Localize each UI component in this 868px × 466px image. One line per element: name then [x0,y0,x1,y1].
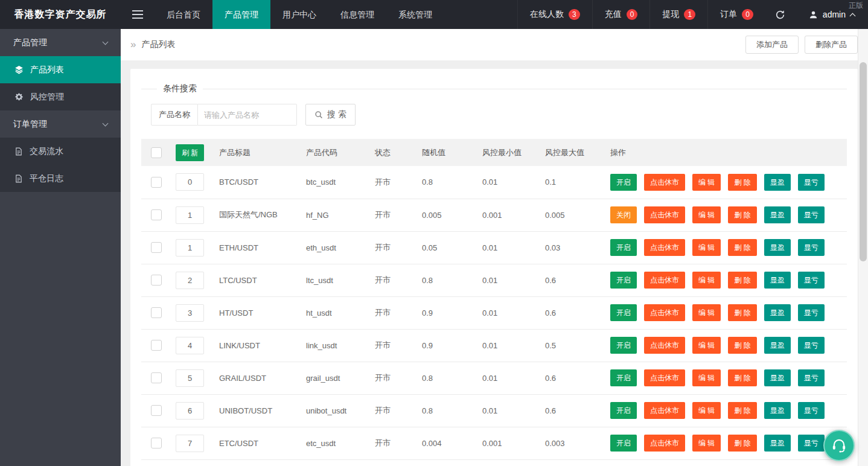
topbar-stat[interactable]: 提现1 [649,0,707,29]
halt-market-button[interactable]: 点击休市 [644,402,685,419]
show-profit-button[interactable]: 显盈 [764,337,791,354]
delete-button[interactable]: 删 除 [728,435,756,452]
show-profit-button[interactable]: 显盈 [764,206,791,223]
sort-input[interactable] [176,435,204,452]
show-loss-button[interactable]: 显亏 [798,435,825,452]
show-loss-button[interactable]: 显亏 [798,402,825,419]
delete-button[interactable]: 删 除 [728,206,756,223]
delete-button[interactable]: 删 除 [728,272,756,289]
sort-input[interactable] [176,272,204,289]
halt-market-button[interactable]: 点击休市 [644,369,685,386]
show-loss-button[interactable]: 显亏 [798,206,825,223]
show-loss-button[interactable]: 显亏 [798,174,825,191]
edit-button[interactable]: 编 辑 [692,337,721,354]
product-name-input[interactable] [198,104,297,126]
topbar-stats: 在线人数3充值0提现1订单0 [517,0,765,29]
halt-market-button[interactable]: 点击休市 [644,435,685,452]
sort-input[interactable] [176,337,204,354]
show-loss-button[interactable]: 显亏 [798,304,825,321]
cell-risk-min: 0.01 [477,329,540,362]
show-loss-button[interactable]: 显亏 [798,239,825,256]
open-market-button[interactable]: 开启 [610,402,637,419]
open-market-button[interactable]: 开启 [610,435,637,452]
halt-market-button[interactable]: 点击休市 [644,174,685,191]
edit-button[interactable]: 编 辑 [692,174,721,191]
sidebar-group-header[interactable]: 订单管理 [0,110,121,138]
row-checkbox[interactable] [151,177,162,188]
edit-button[interactable]: 编 辑 [692,435,721,452]
show-profit-button[interactable]: 显盈 [764,369,791,386]
open-market-button[interactable]: 开启 [610,369,637,386]
customer-service-button[interactable] [823,430,855,461]
show-profit-button[interactable]: 显盈 [764,174,791,191]
topbar-stat[interactable]: 在线人数3 [517,0,592,29]
sort-input[interactable] [176,206,204,224]
top-nav-item[interactable]: 信息管理 [328,0,386,29]
sort-input[interactable] [176,369,204,387]
row-checkbox[interactable] [151,340,162,351]
show-profit-button[interactable]: 显盈 [764,304,791,321]
open-market-button[interactable]: 开启 [610,272,637,289]
open-market-button[interactable]: 开启 [610,174,637,191]
row-checkbox[interactable] [151,242,162,253]
open-market-button[interactable]: 开启 [610,239,637,256]
sort-input[interactable] [176,173,204,191]
delete-button[interactable]: 删 除 [728,402,756,419]
sidebar-item[interactable]: 风控管理 [0,83,121,110]
show-profit-button[interactable]: 显盈 [764,435,791,452]
delete-button[interactable]: 删 除 [728,239,756,256]
sidebar-item[interactable]: 平仓日志 [0,165,121,192]
row-checkbox[interactable] [151,438,162,448]
topbar-stat[interactable]: 订单0 [707,0,765,29]
sidebar-item[interactable]: 产品列表 [0,56,121,83]
show-profit-button[interactable]: 显盈 [764,272,791,289]
show-loss-button[interactable]: 显亏 [798,272,825,289]
refresh-button[interactable] [765,0,796,29]
edit-button[interactable]: 编 辑 [692,239,721,256]
scrollbar-thumb[interactable] [860,62,867,261]
topbar-stat[interactable]: 充值0 [592,0,650,29]
open-market-button[interactable]: 开启 [610,337,637,354]
delete-button[interactable]: 删 除 [728,369,756,386]
halt-market-button[interactable]: 点击休市 [644,239,685,256]
sort-input[interactable] [176,402,204,420]
halt-market-button[interactable]: 点击休市 [644,272,685,289]
halt-market-button[interactable]: 点击休市 [644,304,685,321]
show-loss-button[interactable]: 显亏 [798,337,825,354]
sidebar-group-header[interactable]: 产品管理 [0,29,121,56]
row-checkbox[interactable] [151,372,162,383]
halt-market-button[interactable]: 点击休市 [644,337,685,354]
row-checkbox[interactable] [151,209,162,220]
edit-button[interactable]: 编 辑 [692,304,721,321]
top-nav-item[interactable]: 用户中心 [270,0,328,29]
delete-button[interactable]: 删 除 [728,337,756,354]
edit-button[interactable]: 编 辑 [692,402,721,419]
delete-product-button[interactable]: 删除产品 [805,36,858,54]
close-market-button[interactable]: 关闭 [610,206,637,223]
row-checkbox[interactable] [151,307,162,318]
top-nav-item[interactable]: 产品管理 [212,0,270,29]
delete-button[interactable]: 删 除 [728,174,756,191]
delete-button[interactable]: 删 除 [728,304,756,321]
open-market-button[interactable]: 开启 [610,304,637,321]
row-checkbox[interactable] [151,405,162,416]
halt-market-button[interactable]: 点击休市 [644,206,685,223]
sidebar-item[interactable]: 交易流水 [0,138,121,165]
select-all-checkbox[interactable] [151,147,162,158]
add-product-button[interactable]: 添加产品 [745,36,799,54]
show-loss-button[interactable]: 显亏 [798,369,825,386]
scrollbar-track[interactable] [858,29,868,466]
show-profit-button[interactable]: 显盈 [764,402,791,419]
edit-button[interactable]: 编 辑 [692,272,721,289]
menu-toggle-button[interactable] [121,0,155,29]
sort-input[interactable] [176,304,204,322]
edit-button[interactable]: 编 辑 [692,206,721,223]
sort-input[interactable] [176,239,204,257]
row-checkbox[interactable] [151,275,162,286]
top-nav-item[interactable]: 后台首页 [155,0,212,29]
edit-button[interactable]: 编 辑 [692,369,721,386]
show-profit-button[interactable]: 显盈 [764,239,791,256]
table-refresh-button[interactable]: 刷 新 [176,144,204,161]
search-button[interactable]: 搜 索 [305,104,356,126]
top-nav-item[interactable]: 系统管理 [386,0,444,29]
